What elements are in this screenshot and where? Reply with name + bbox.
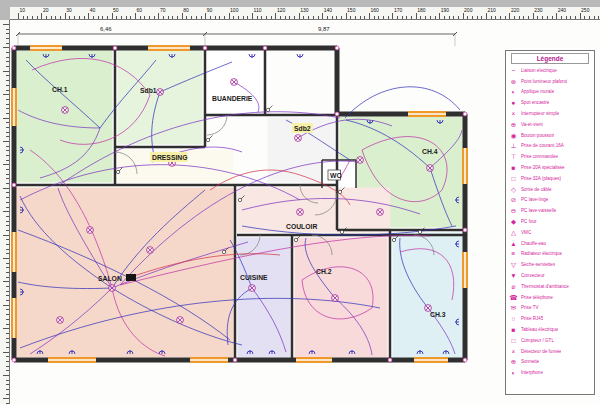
ruler-tick: [102, 16, 103, 19]
ruler-tick: [261, 16, 262, 19]
ruler-number: 110: [254, 8, 262, 13]
ruler-tick: [299, 13, 300, 19]
legend-label: Prise de courant 16A: [521, 143, 564, 148]
ruler-tick: [6, 80, 9, 81]
ruler-tick: [481, 16, 482, 19]
ruler-tick: [388, 16, 389, 19]
ceiling-light-icon[interactable]: [87, 227, 94, 234]
legend-label: Prise RJ45: [521, 316, 543, 321]
switch-icon[interactable]: [206, 136, 212, 142]
legend-label: Radiateur électrique: [521, 251, 562, 256]
ruler-tick: [533, 13, 534, 19]
horizontal-ruler[interactable]: 1020304050607080901001101201301401501601…: [10, 7, 600, 20]
ruler-tick: [154, 16, 155, 19]
ceiling-light-icon[interactable]: [231, 79, 238, 86]
ruler-tick: [88, 13, 89, 19]
legend-row: ⊗Point lumineux plafond: [506, 76, 594, 87]
ruler-tick: [6, 122, 9, 123]
ruler-number: 50: [113, 8, 119, 13]
ceiling-light-icon[interactable]: [295, 135, 302, 142]
ruler-tick: [79, 16, 80, 19]
ceiling-light-icon[interactable]: [332, 295, 339, 302]
ruler-number: 80: [183, 8, 189, 13]
ceiling-light-icon[interactable]: [147, 247, 154, 254]
ruler-tick: [6, 155, 9, 156]
ruler-tick: [402, 16, 403, 19]
ruler-tick: [271, 16, 272, 19]
ceiling-light-icon[interactable]: [249, 285, 256, 292]
ruler-tick: [140, 16, 141, 19]
ruler-tick: [350, 16, 351, 19]
ceiling-light-icon[interactable]: [427, 165, 434, 172]
ruler-tick: [6, 319, 9, 320]
ruler-tick: [6, 146, 9, 147]
ruler-tick: [163, 16, 164, 19]
ruler-tick: [547, 16, 548, 19]
legend-label: Prise commandée: [521, 154, 558, 159]
ruler-tick: [6, 272, 9, 273]
legend-symbol-icon: ⊕: [509, 121, 518, 128]
ruler-tick: [74, 16, 75, 19]
ruler-tick: [51, 16, 52, 19]
legend-label: Interrupteur simple: [521, 111, 559, 116]
ruler-number: 130: [300, 8, 308, 13]
ruler-tick: [6, 216, 9, 217]
ceiling-light-icon[interactable]: [57, 317, 64, 324]
ruler-tick: [6, 113, 9, 114]
ruler-tick: [509, 13, 510, 19]
room-cuisine[interactable]: [238, 238, 291, 358]
legend-label: Bouton poussoir: [521, 133, 554, 138]
vertical-ruler[interactable]: [0, 20, 10, 404]
ruler-tick: [6, 183, 9, 184]
reference-marker: [233, 358, 237, 362]
ruler-tick: [6, 57, 9, 58]
ruler-tick: [332, 16, 333, 19]
ruler-tick: [243, 16, 244, 19]
switch-icon[interactable]: [266, 106, 272, 112]
reference-marker: [12, 183, 16, 187]
ruler-tick: [449, 16, 450, 19]
legend-symbol-icon: ▲: [509, 240, 518, 247]
ceiling-light-icon[interactable]: [157, 89, 164, 96]
ruler-number: 180: [417, 8, 425, 13]
legend-symbol-icon: ◇: [509, 186, 518, 193]
room-label-couloir: COULOIR: [286, 223, 317, 230]
dimension-right: 9,87: [318, 26, 330, 32]
ruler-tick: [6, 389, 9, 390]
power-socket-icon[interactable]: [297, 54, 303, 58]
ceiling-light-icon[interactable]: [62, 107, 69, 114]
ruler-tick: [322, 13, 323, 19]
legend-symbol-icon: ▼: [509, 272, 518, 279]
ruler-tick: [598, 16, 599, 19]
ceiling-light-icon[interactable]: [177, 317, 184, 324]
ruler-tick: [341, 16, 342, 19]
ceiling-light-icon[interactable]: [297, 209, 304, 216]
ruler-tick: [6, 61, 9, 62]
ruler-tick: [65, 13, 66, 19]
ruler-tick: [6, 150, 9, 151]
room-sdb1[interactable]: [118, 51, 203, 145]
ruler-tick: [303, 16, 304, 19]
ceiling-light-icon[interactable]: [109, 285, 116, 292]
ruler-number: 120: [277, 8, 285, 13]
ruler-tick: [537, 16, 538, 19]
legend-label: Va-et-vient: [521, 122, 543, 127]
ruler-tick: [93, 16, 94, 19]
ruler-tick: [229, 13, 230, 19]
legend-row: ▽Sèche-serviettes: [506, 259, 594, 270]
legend-label: Prise 32A (plaques): [521, 176, 561, 181]
ceiling-light-icon[interactable]: [377, 209, 384, 216]
ruler-tick: [6, 52, 9, 53]
electrical-panel-icon[interactable]: [126, 274, 136, 281]
room-ch2[interactable]: [295, 238, 388, 358]
ruler-tick: [6, 207, 9, 208]
ceiling-light-icon[interactable]: [357, 157, 364, 164]
ruler-tick: [23, 16, 24, 19]
legend-label: Applique murale: [521, 89, 554, 94]
ruler-tick: [191, 16, 192, 19]
ruler-tick: [210, 16, 211, 19]
legend-symbol-icon: ▽: [509, 261, 518, 268]
room-label-sdb2: Sdb2: [294, 125, 311, 132]
ruler-tick: [435, 16, 436, 19]
ruler-number: 220: [511, 8, 519, 13]
